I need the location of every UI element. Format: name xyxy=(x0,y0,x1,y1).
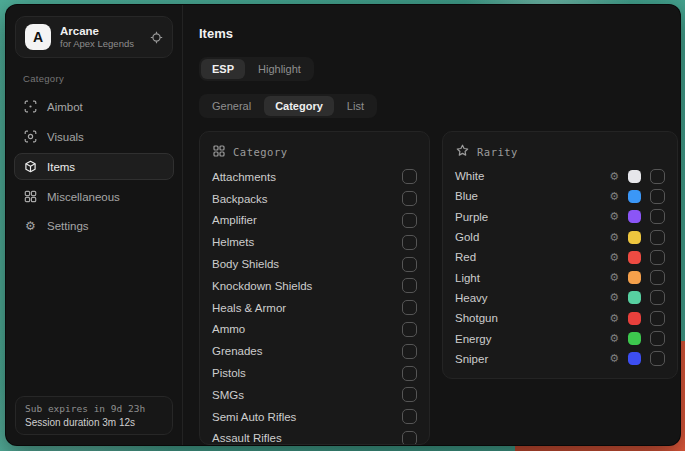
category-row: Ammo xyxy=(212,319,417,341)
gear-icon[interactable]: ⚙ xyxy=(609,292,619,303)
rarity-row-controls: ⚙ xyxy=(609,189,665,204)
sidebar-item-items[interactable]: Items xyxy=(14,153,174,180)
gear-icon[interactable]: ⚙ xyxy=(609,252,619,263)
color-swatch[interactable] xyxy=(628,312,641,325)
category-row: Pistols xyxy=(212,362,417,384)
rarity-checkbox[interactable] xyxy=(650,230,665,245)
category-checkbox[interactable] xyxy=(402,366,417,381)
color-swatch[interactable] xyxy=(628,190,641,203)
color-swatch[interactable] xyxy=(628,291,641,304)
category-row: Grenades xyxy=(212,340,417,362)
color-swatch[interactable] xyxy=(628,231,641,244)
sidebar: A Arcane for Apex Legends Category Aimbo… xyxy=(6,5,183,445)
sidebar-item-label: Miscellaneous xyxy=(47,191,120,203)
sidebar-item-visuals[interactable]: Visuals xyxy=(14,123,174,150)
color-swatch[interactable] xyxy=(628,210,641,223)
tab-highlight[interactable]: Highlight xyxy=(247,59,312,79)
category-checkbox[interactable] xyxy=(402,322,417,337)
rarity-row-label: Purple xyxy=(455,211,488,223)
color-swatch[interactable] xyxy=(628,332,641,345)
rarity-row-controls: ⚙ xyxy=(609,209,665,224)
rarity-row-label: Light xyxy=(455,272,480,284)
rarity-checkbox[interactable] xyxy=(650,311,665,326)
tab-general[interactable]: General xyxy=(201,96,262,116)
rarity-checkbox[interactable] xyxy=(650,331,665,346)
category-checkbox[interactable] xyxy=(402,387,417,402)
rarity-row: Purple⚙ xyxy=(455,207,665,227)
adjust-crosshair-icon[interactable] xyxy=(150,31,163,44)
tab-esp[interactable]: ESP xyxy=(201,59,245,79)
rarity-checkbox[interactable] xyxy=(650,169,665,184)
color-swatch[interactable] xyxy=(628,352,641,365)
sidebar-item-settings[interactable]: ⚙Settings xyxy=(14,213,174,239)
category-checkbox[interactable] xyxy=(402,213,417,228)
main-content: Items ESPHighlight GeneralCategoryList xyxy=(183,5,680,445)
eye-scan-icon xyxy=(24,130,37,143)
sidebar-nav: AimbotVisualsItemsMiscellaneous⚙Settings xyxy=(6,89,182,243)
tab-category[interactable]: Category xyxy=(264,96,334,116)
rarity-row-controls: ⚙ xyxy=(609,230,665,245)
category-checkbox[interactable] xyxy=(402,409,417,424)
category-checkbox[interactable] xyxy=(402,431,417,445)
rarity-row-label: Red xyxy=(455,251,476,263)
rarity-checkbox[interactable] xyxy=(650,351,665,366)
gear-icon[interactable]: ⚙ xyxy=(609,171,619,182)
category-checkbox[interactable] xyxy=(402,235,417,250)
category-row: Helmets xyxy=(212,231,417,253)
tab-list[interactable]: List xyxy=(336,96,375,116)
rarity-checkbox[interactable] xyxy=(650,250,665,265)
rarity-row: Gold⚙ xyxy=(455,227,665,247)
category-checkbox[interactable] xyxy=(402,169,417,184)
rarity-row-label: Blue xyxy=(455,190,478,202)
gear-icon[interactable]: ⚙ xyxy=(609,232,619,243)
gear-icon[interactable]: ⚙ xyxy=(609,333,619,344)
rarity-checkbox[interactable] xyxy=(650,270,665,285)
color-swatch[interactable] xyxy=(628,251,641,264)
rarity-checkbox[interactable] xyxy=(650,209,665,224)
view-tab-row: GeneralCategoryList xyxy=(199,94,667,118)
category-checkbox[interactable] xyxy=(402,300,417,315)
sidebar-item-aimbot[interactable]: Aimbot xyxy=(14,93,174,120)
category-row-label: Amplifier xyxy=(212,214,257,226)
rarity-row: Blue⚙ xyxy=(455,186,665,206)
sidebar-item-label: Aimbot xyxy=(47,101,83,113)
category-row: Assault Rifles xyxy=(212,428,417,445)
gear-icon[interactable]: ⚙ xyxy=(609,272,619,283)
rarity-row-controls: ⚙ xyxy=(609,250,665,265)
color-swatch[interactable] xyxy=(628,170,641,183)
star-icon xyxy=(456,143,469,161)
rarity-row: Shotgun⚙ xyxy=(455,308,665,328)
rarity-checkbox[interactable] xyxy=(650,290,665,305)
category-row-label: Helmets xyxy=(212,236,254,248)
category-row-label: Knockdown Shields xyxy=(212,280,312,292)
category-row-label: Assault Rifles xyxy=(212,432,282,444)
gear-icon[interactable]: ⚙ xyxy=(609,191,619,202)
sidebar-item-label: Visuals xyxy=(47,131,84,143)
panels-row: Category AttachmentsBackpacksAmplifierHe… xyxy=(199,131,667,445)
rarity-row-label: White xyxy=(455,170,484,182)
category-checkbox[interactable] xyxy=(402,344,417,359)
brand-card: A Arcane for Apex Legends xyxy=(15,16,173,58)
category-row: Heals & Armor xyxy=(212,297,417,319)
brand-subtitle: for Apex Legends xyxy=(60,38,134,49)
category-row-label: Semi Auto Rifles xyxy=(212,411,296,423)
category-row: Attachments xyxy=(212,166,417,188)
rarity-panel: Rarity White⚙Blue⚙Purple⚙Gold⚙Red⚙Light⚙… xyxy=(442,131,678,379)
category-checkbox[interactable] xyxy=(402,257,417,272)
rarity-row: Sniper⚙ xyxy=(455,349,665,369)
session-info-card: Sub expires in 9d 23h Session duration 3… xyxy=(15,396,173,435)
gear-icon[interactable]: ⚙ xyxy=(609,353,619,364)
rarity-checkbox[interactable] xyxy=(650,189,665,204)
sidebar-item-miscellaneous[interactable]: Miscellaneous xyxy=(14,183,174,210)
category-checkbox[interactable] xyxy=(402,278,417,293)
category-checkbox[interactable] xyxy=(402,191,417,206)
rarity-row-controls: ⚙ xyxy=(609,351,665,366)
rarity-row-label: Energy xyxy=(455,333,491,345)
gear-icon[interactable]: ⚙ xyxy=(609,211,619,222)
sidebar-item-label: Settings xyxy=(47,220,89,232)
color-swatch[interactable] xyxy=(628,271,641,284)
rarity-row-controls: ⚙ xyxy=(609,169,665,184)
arcane-window: A Arcane for Apex Legends Category Aimbo… xyxy=(5,4,681,446)
rarity-panel-title: Rarity xyxy=(477,146,518,158)
gear-icon[interactable]: ⚙ xyxy=(609,313,619,324)
